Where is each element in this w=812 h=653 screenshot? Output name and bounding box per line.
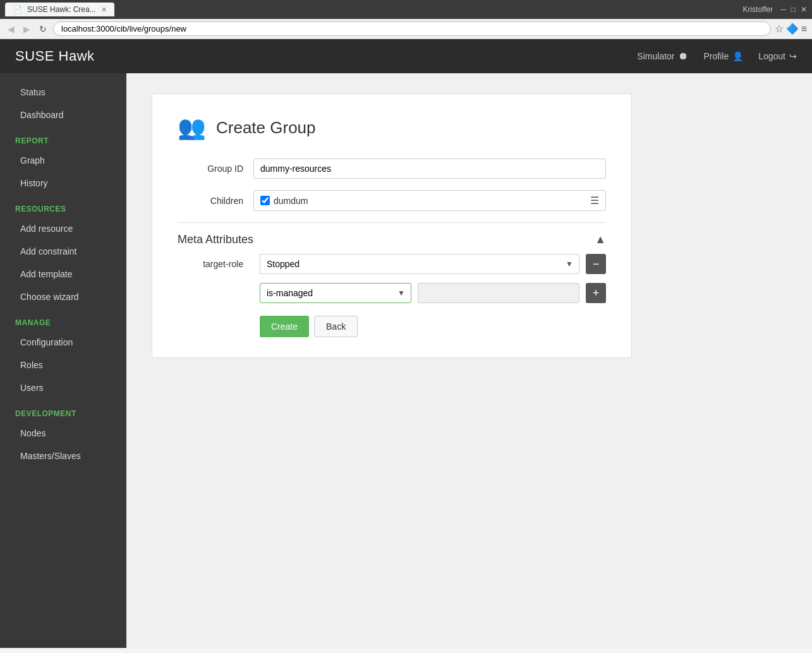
remove-target-role-button[interactable]: − xyxy=(586,254,606,274)
nav-actions: ☆ 🔷 ≡ xyxy=(775,23,807,35)
sidebar-item-configuration[interactable]: Configuration xyxy=(0,331,126,354)
sidebar-item-add-resource[interactable]: Add resource xyxy=(0,217,126,240)
meta-attr-select[interactable]: is-managed target-role priority resource… xyxy=(260,283,411,303)
form-title: Create Group xyxy=(216,118,316,138)
group-icon: 👥 xyxy=(178,114,206,141)
sidebar-section-resources: RESOURCES xyxy=(0,195,126,217)
children-label: Children xyxy=(178,196,253,206)
tab-title: SUSE Hawk: Crea... xyxy=(27,5,96,14)
sidebar-item-graph[interactable]: Graph xyxy=(0,149,126,172)
back-button[interactable]: ◀ xyxy=(5,23,17,35)
children-inner: dumdum xyxy=(260,196,308,206)
sidebar-item-choose-wizard[interactable]: Choose wizard xyxy=(0,285,126,308)
title-bar: 📄 SUSE Hawk: Crea... ✕ Kristoffer ─ □ ✕ xyxy=(0,0,812,19)
target-role-label: target-role xyxy=(178,259,253,269)
meta-attributes-title: Meta Attributes xyxy=(178,233,253,246)
simulator-icon: ⏺ xyxy=(678,51,688,62)
meta-toggle-button[interactable]: ▲ xyxy=(595,233,606,246)
app-container: SUSE Hawk Simulator ⏺ Profile 👤 Logout ↪… xyxy=(0,39,812,648)
extension-icon[interactable]: 🔷 xyxy=(786,23,799,35)
profile-icon: 👤 xyxy=(732,51,743,61)
children-row: Children dumdum ☰ xyxy=(178,190,606,211)
logout-label: Logout xyxy=(758,51,785,61)
add-meta-attr-button[interactable]: + xyxy=(586,283,606,303)
children-item-name: dumdum xyxy=(274,196,308,206)
meta-attributes-header: Meta Attributes ▲ xyxy=(178,223,606,254)
sidebar-section-report: REPORT xyxy=(0,126,126,149)
create-button[interactable]: Create xyxy=(260,316,309,337)
meta-attr-select-wrapper: is-managed target-role priority resource… xyxy=(260,283,411,303)
browser-tab[interactable]: 📄 SUSE Hawk: Crea... ✕ xyxy=(5,3,114,16)
profile-link[interactable]: Profile 👤 xyxy=(703,51,743,61)
app-title: SUSE Hawk xyxy=(15,48,95,64)
maximize-button[interactable]: □ xyxy=(791,5,796,14)
target-role-select[interactable]: Stopped Started Master xyxy=(260,254,579,274)
logout-icon: ↪ xyxy=(789,51,797,61)
sidebar-section-manage: MANAGE xyxy=(0,308,126,331)
form-buttons: Create Back xyxy=(178,316,606,337)
menu-icon[interactable]: ≡ xyxy=(801,23,807,35)
tab-close-button[interactable]: ✕ xyxy=(101,6,107,14)
simulator-link[interactable]: Simulator ⏺ xyxy=(637,51,688,62)
simulator-label: Simulator xyxy=(637,51,674,61)
children-checkbox[interactable] xyxy=(260,196,270,205)
sidebar-section-development: DEVELOPMENT xyxy=(0,399,126,422)
page-content: 👥 Create Group Group ID Children dumdum xyxy=(126,73,812,648)
target-role-select-wrapper: Stopped Started Master ▼ xyxy=(260,254,579,274)
meta-attributes-section: Meta Attributes ▲ target-role Stopped St… xyxy=(178,222,606,303)
sidebar-item-masters-slaves[interactable]: Masters/Slaves xyxy=(0,445,126,467)
sidebar-item-add-constraint[interactable]: Add constraint xyxy=(0,240,126,263)
profile-label: Profile xyxy=(703,51,729,61)
group-id-label: Group ID xyxy=(178,164,253,174)
header-actions: Simulator ⏺ Profile 👤 Logout ↪ xyxy=(637,51,797,62)
sidebar-item-status[interactable]: Status xyxy=(0,81,126,104)
group-id-input[interactable] xyxy=(253,159,606,179)
meta-add-row: is-managed target-role priority resource… xyxy=(178,283,606,303)
logout-link[interactable]: Logout ↪ xyxy=(758,51,797,61)
address-bar[interactable] xyxy=(53,21,771,36)
sidebar: Status Dashboard REPORT Graph History RE… xyxy=(0,73,126,648)
meta-value-input[interactable] xyxy=(418,283,579,303)
create-group-card: 👥 Create Group Group ID Children dumdum xyxy=(152,93,632,358)
minimize-button[interactable]: ─ xyxy=(780,5,786,14)
children-field: dumdum ☰ xyxy=(253,190,606,211)
tab-favicon: 📄 xyxy=(13,5,22,14)
browser-user: Kristoffer xyxy=(742,5,773,14)
nav-bar: ◀ ▶ ↻ ☆ 🔷 ≡ xyxy=(0,19,812,39)
children-menu-icon[interactable]: ☰ xyxy=(590,195,599,207)
browser-chrome: 📄 SUSE Hawk: Crea... ✕ Kristoffer ─ □ ✕ … xyxy=(0,0,812,39)
sidebar-item-roles[interactable]: Roles xyxy=(0,354,126,376)
target-role-row: target-role Stopped Started Master ▼ − xyxy=(178,254,606,274)
sidebar-item-users[interactable]: Users xyxy=(0,376,126,399)
close-window-button[interactable]: ✕ xyxy=(801,5,807,14)
main-layout: Status Dashboard REPORT Graph History RE… xyxy=(0,73,812,648)
sidebar-item-history[interactable]: History xyxy=(0,172,126,195)
app-header: SUSE Hawk Simulator ⏺ Profile 👤 Logout ↪ xyxy=(0,39,812,73)
sidebar-item-nodes[interactable]: Nodes xyxy=(0,422,126,445)
sidebar-item-add-template[interactable]: Add template xyxy=(0,263,126,285)
group-id-row: Group ID xyxy=(178,159,606,179)
bookmark-icon[interactable]: ☆ xyxy=(775,23,784,35)
form-header: 👥 Create Group xyxy=(178,114,606,141)
forward-button[interactable]: ▶ xyxy=(21,23,33,35)
back-button[interactable]: Back xyxy=(314,316,358,337)
reload-button[interactable]: ↻ xyxy=(37,23,49,35)
sidebar-item-dashboard[interactable]: Dashboard xyxy=(0,104,126,126)
